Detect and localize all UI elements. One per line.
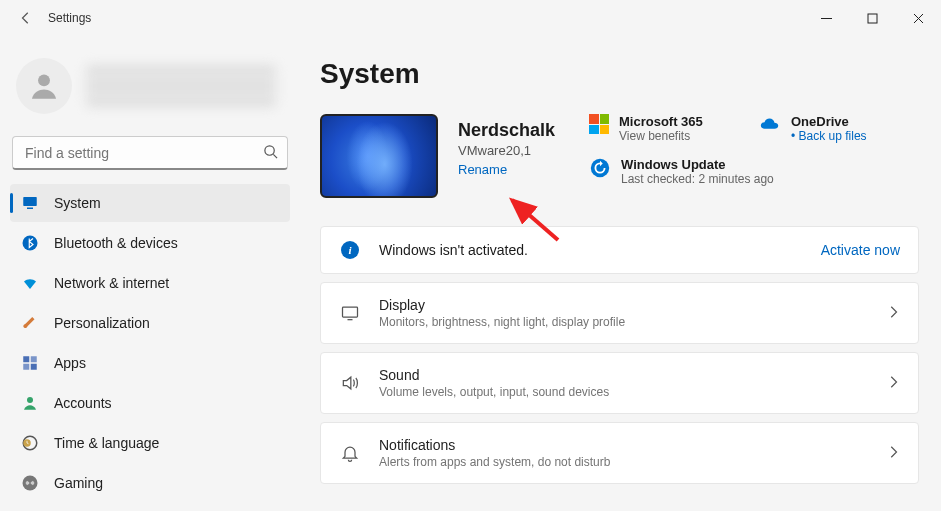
svg-point-10 xyxy=(27,397,33,403)
sidebar-item-gaming[interactable]: Gaming xyxy=(10,464,290,502)
bell-icon xyxy=(339,443,361,463)
svg-rect-8 xyxy=(23,364,29,370)
sidebar-item-label: Apps xyxy=(54,355,86,371)
svg-point-2 xyxy=(265,146,274,155)
sidebar-item-apps[interactable]: Apps xyxy=(10,344,290,382)
search-icon xyxy=(263,144,278,162)
sidebar-item-label: Accounts xyxy=(54,395,112,411)
side-cards: Microsoft 365 View benefits OneDrive Bac… xyxy=(589,114,919,186)
svg-point-1 xyxy=(38,74,50,86)
back-button[interactable] xyxy=(14,6,38,30)
device-row: Nerdschalk VMware20,1 Rename Microsoft 3… xyxy=(320,114,919,198)
item-title: Display xyxy=(379,297,625,313)
svg-rect-0 xyxy=(868,14,877,23)
profile-name-redacted xyxy=(86,66,276,106)
device-name: Nerdschalk xyxy=(458,120,555,141)
apps-icon xyxy=(20,353,40,373)
microsoft-logo-icon xyxy=(589,114,609,134)
window-title: Settings xyxy=(48,11,91,25)
search-box[interactable] xyxy=(12,136,288,170)
minimize-button[interactable] xyxy=(803,0,849,36)
sidebar-item-label: Bluetooth & devices xyxy=(54,235,178,251)
card-onedrive[interactable]: OneDrive Back up files xyxy=(759,114,919,143)
svg-rect-15 xyxy=(343,307,358,317)
svg-rect-3 xyxy=(23,197,37,206)
ms365-sub: View benefits xyxy=(619,129,703,143)
sidebar-item-label: Personalization xyxy=(54,315,150,331)
settings-item-display[interactable]: Display Monitors, brightness, night ligh… xyxy=(320,282,919,344)
nav-list: System Bluetooth & devices Network & int… xyxy=(10,184,290,502)
display-icon xyxy=(339,303,361,323)
sound-icon xyxy=(339,373,361,393)
update-title: Windows Update xyxy=(621,157,774,172)
chevron-right-icon xyxy=(886,305,900,322)
svg-point-5 xyxy=(23,236,38,251)
chevron-right-icon xyxy=(886,445,900,462)
activation-text: Windows isn't activated. xyxy=(379,242,528,258)
clock-icon xyxy=(20,433,40,453)
device-thumbnail[interactable] xyxy=(320,114,438,198)
sidebar-item-label: Network & internet xyxy=(54,275,169,291)
item-sub: Monitors, brightness, night light, displ… xyxy=(379,315,625,329)
info-icon: i xyxy=(339,241,361,259)
onedrive-icon xyxy=(759,114,781,139)
sidebar-item-time-language[interactable]: Time & language xyxy=(10,424,290,462)
account-icon xyxy=(20,393,40,413)
sidebar-item-label: Time & language xyxy=(54,435,159,451)
main-content: System Nerdschalk VMware20,1 Rename Micr… xyxy=(300,36,941,511)
card-windows-update[interactable]: Windows Update Last checked: 2 minutes a… xyxy=(589,157,919,186)
chevron-right-icon xyxy=(886,375,900,392)
item-title: Notifications xyxy=(379,437,610,453)
maximize-button[interactable] xyxy=(849,0,895,36)
svg-rect-7 xyxy=(31,356,37,362)
brush-icon xyxy=(20,313,40,333)
sidebar-item-system[interactable]: System xyxy=(10,184,290,222)
svg-rect-6 xyxy=(23,356,29,362)
settings-item-notifications[interactable]: Notifications Alerts from apps and syste… xyxy=(320,422,919,484)
activation-card[interactable]: i Windows isn't activated. Activate now xyxy=(320,226,919,274)
system-icon xyxy=(20,193,40,213)
device-info: Nerdschalk VMware20,1 Rename xyxy=(458,114,555,177)
update-icon xyxy=(589,157,611,182)
sidebar-item-personalization[interactable]: Personalization xyxy=(10,304,290,342)
avatar xyxy=(16,58,72,114)
settings-item-sound[interactable]: Sound Volume levels, output, input, soun… xyxy=(320,352,919,414)
close-button[interactable] xyxy=(895,0,941,36)
sidebar: System Bluetooth & devices Network & int… xyxy=(0,36,300,511)
page-title: System xyxy=(320,58,919,90)
rename-link[interactable]: Rename xyxy=(458,162,555,177)
search-input[interactable] xyxy=(12,136,288,170)
sidebar-item-label: System xyxy=(54,195,101,211)
onedrive-sub: Back up files xyxy=(791,129,867,143)
titlebar: Settings xyxy=(0,0,941,36)
sidebar-item-bluetooth[interactable]: Bluetooth & devices xyxy=(10,224,290,262)
ms365-title: Microsoft 365 xyxy=(619,114,703,129)
bluetooth-icon xyxy=(20,233,40,253)
sidebar-item-accounts[interactable]: Accounts xyxy=(10,384,290,422)
gaming-icon xyxy=(20,473,40,493)
onedrive-title: OneDrive xyxy=(791,114,867,129)
item-sub: Volume levels, output, input, sound devi… xyxy=(379,385,609,399)
activate-now-link[interactable]: Activate now xyxy=(821,242,900,258)
svg-rect-9 xyxy=(31,364,37,370)
window-controls xyxy=(803,0,941,36)
device-model: VMware20,1 xyxy=(458,143,555,158)
item-title: Sound xyxy=(379,367,609,383)
sidebar-item-network[interactable]: Network & internet xyxy=(10,264,290,302)
card-ms365[interactable]: Microsoft 365 View benefits xyxy=(589,114,749,143)
profile-block[interactable] xyxy=(10,46,290,132)
wifi-icon xyxy=(20,273,40,293)
sidebar-item-label: Gaming xyxy=(54,475,103,491)
svg-rect-4 xyxy=(27,208,33,210)
svg-point-13 xyxy=(23,476,38,491)
update-sub: Last checked: 2 minutes ago xyxy=(621,172,774,186)
item-sub: Alerts from apps and system, do not dist… xyxy=(379,455,610,469)
